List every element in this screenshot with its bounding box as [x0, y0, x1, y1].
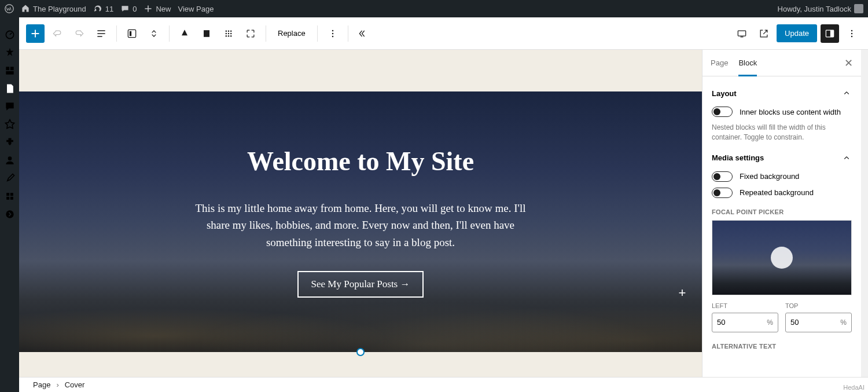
redo-button[interactable]	[70, 24, 89, 43]
focal-point-heading: FOCAL POINT PICKER	[712, 208, 852, 215]
content-width-toggle[interactable]	[712, 107, 733, 117]
fullheight-button[interactable]	[197, 24, 216, 43]
tools-icon[interactable]	[4, 173, 16, 184]
editor-toolbar: Replace Update	[19, 17, 868, 50]
svg-rect-6	[6, 193, 9, 196]
add-block-button[interactable]	[26, 24, 45, 43]
tab-page[interactable]: Page	[711, 50, 728, 76]
block-icon[interactable]	[123, 24, 141, 43]
add-inside-cover-button[interactable]: +	[675, 286, 689, 300]
plugins-icon[interactable]	[4, 137, 16, 148]
focal-point-handle[interactable]	[771, 247, 793, 269]
comments-link[interactable]: 0	[120, 4, 137, 13]
svg-point-19	[230, 32, 232, 34]
chevron-up-icon	[841, 88, 852, 98]
watermark: HedaAI	[843, 384, 865, 391]
move-button[interactable]	[145, 24, 163, 43]
position-button[interactable]	[219, 24, 238, 43]
cover-button[interactable]: See My Popular Posts →	[297, 271, 424, 298]
svg-point-24	[332, 32, 333, 34]
wp-logo[interactable]	[5, 4, 14, 13]
cover-resize-handle[interactable]	[356, 348, 365, 356]
svg-point-25	[332, 35, 333, 37]
svg-point-17	[226, 32, 227, 34]
svg-point-5	[8, 156, 12, 160]
fullscreen-button[interactable]	[241, 24, 260, 43]
admin-sidebar	[0, 17, 19, 392]
content-width-label: Inner blocks use content width	[740, 108, 841, 116]
settings-panel-toggle[interactable]	[821, 24, 839, 43]
update-button[interactable]: Update	[777, 24, 817, 42]
howdy-link[interactable]: Howdy, Justin Tadlock	[778, 4, 863, 13]
focal-top-input[interactable]	[786, 318, 836, 327]
settings-panel: Page Block ✕ Layout Inner blocks use con…	[702, 50, 861, 392]
undo-button[interactable]	[48, 24, 67, 43]
device-preview-button[interactable]	[733, 24, 751, 43]
pages-icon[interactable]	[4, 83, 16, 94]
editor-canvas[interactable]: Welcome to My Site This is my little hom…	[19, 50, 702, 392]
align-button[interactable]	[175, 24, 194, 43]
close-panel-button[interactable]: ✕	[844, 57, 853, 69]
layout-help-text: Nested blocks will fill the width of thi…	[712, 123, 852, 142]
repeated-bg-toggle[interactable]	[712, 188, 733, 198]
svg-point-14	[226, 30, 227, 32]
svg-point-16	[230, 30, 232, 32]
breadcrumb-current[interactable]: Cover	[65, 380, 85, 389]
breadcrumb: Page › Cover	[19, 377, 868, 392]
svg-rect-4	[6, 71, 13, 75]
dashboard-icon[interactable]	[4, 29, 16, 41]
layout-section-toggle[interactable]: Layout	[712, 88, 852, 98]
cover-title[interactable]: Welcome to My Site	[247, 146, 474, 177]
replace-button[interactable]: Replace	[272, 25, 311, 41]
pin-icon[interactable]	[4, 47, 16, 58]
updates-count: 11	[105, 5, 113, 13]
appearance-icon[interactable]	[4, 119, 16, 130]
svg-point-0	[5, 5, 13, 13]
collapse-icon[interactable]	[4, 208, 16, 220]
svg-point-23	[332, 30, 333, 31]
focal-left-input[interactable]	[712, 318, 762, 327]
cover-block[interactable]: Welcome to My Site This is my little hom…	[19, 91, 702, 352]
svg-rect-26	[738, 31, 745, 36]
site-link[interactable]: The Playground	[21, 4, 86, 13]
view-link-button[interactable]	[755, 24, 773, 43]
focal-point-picker[interactable]	[712, 220, 852, 295]
media-section-toggle[interactable]: Media settings	[712, 153, 852, 163]
options-button[interactable]	[843, 24, 861, 43]
svg-point-15	[228, 30, 230, 32]
more-options-button[interactable]	[323, 24, 342, 43]
svg-rect-11	[128, 30, 135, 37]
svg-point-30	[851, 32, 853, 34]
alt-text-heading: ALTERNATIVE TEXT	[712, 343, 852, 350]
users-icon[interactable]	[4, 155, 16, 166]
new-label: New	[156, 5, 171, 13]
svg-rect-3	[10, 67, 13, 70]
svg-point-31	[851, 35, 853, 37]
panel-scrollbar[interactable]	[861, 50, 868, 392]
svg-rect-2	[6, 67, 9, 70]
comments-icon[interactable]	[4, 101, 16, 112]
svg-rect-8	[6, 197, 9, 200]
fixed-bg-label: Fixed background	[740, 172, 799, 181]
cover-paragraph[interactable]: This is my little home away from home. H…	[187, 200, 534, 251]
collapse-toolbar-button[interactable]	[354, 24, 373, 43]
svg-point-21	[228, 35, 230, 36]
left-label: LEFT	[712, 302, 778, 309]
settings-icon[interactable]	[4, 190, 16, 202]
view-page-link[interactable]: View Page	[178, 5, 214, 13]
layout-icon[interactable]	[4, 65, 16, 76]
breadcrumb-root[interactable]: Page	[33, 380, 50, 389]
repeated-bg-label: Repeated background	[740, 188, 814, 197]
svg-rect-9	[10, 197, 13, 200]
chevron-right-icon: ›	[56, 380, 58, 389]
avatar	[854, 4, 863, 13]
fixed-bg-toggle[interactable]	[712, 171, 733, 182]
svg-point-20	[226, 35, 227, 36]
tab-block[interactable]: Block	[738, 50, 757, 76]
updates-link[interactable]: 11	[93, 4, 113, 13]
listview-button[interactable]	[92, 24, 111, 43]
svg-point-29	[851, 30, 853, 31]
new-link[interactable]: New	[144, 4, 171, 13]
comments-count: 0	[133, 5, 137, 13]
svg-rect-13	[204, 30, 209, 37]
